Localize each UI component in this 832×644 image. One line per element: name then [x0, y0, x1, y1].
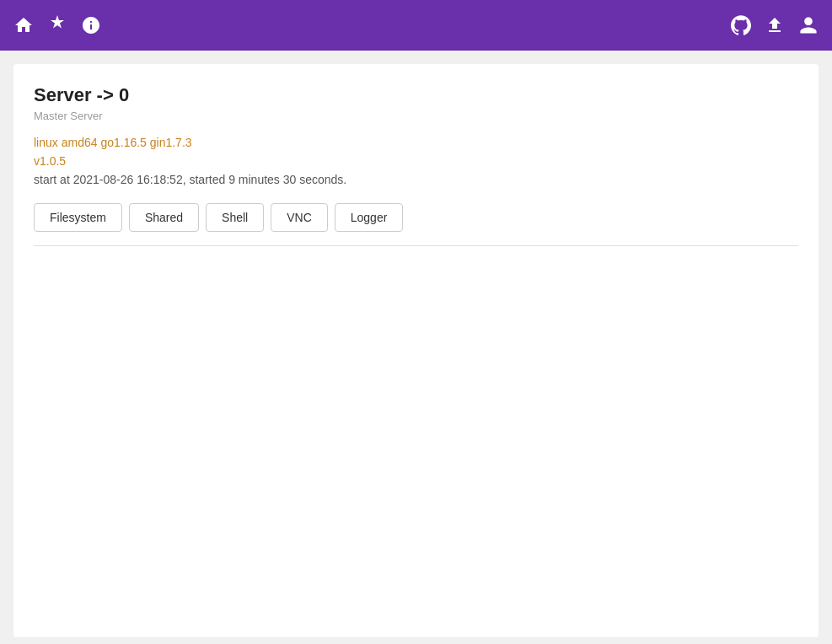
server-version: v1.0.5: [34, 154, 798, 168]
vnc-button[interactable]: VNC: [271, 203, 328, 232]
shell-button[interactable]: Shell: [206, 203, 264, 232]
filesystem-button[interactable]: Filesystem: [34, 203, 122, 232]
home-icon[interactable]: [13, 15, 34, 35]
nav-right: [731, 15, 819, 35]
shared-button[interactable]: Shared: [129, 203, 199, 232]
server-title: Server -> 0: [34, 84, 798, 106]
server-subtitle: Master Server: [34, 110, 798, 122]
action-buttons: Filesystem Shared Shell VNC Logger: [34, 203, 798, 246]
main-content: Server -> 0 Master Server linux amd64 go…: [13, 64, 819, 637]
logger-button[interactable]: Logger: [335, 203, 404, 232]
top-bar: [0, 0, 832, 51]
nav-left: [13, 15, 101, 35]
server-info-primary: linux amd64 go1.16.5 gin1.7.3: [34, 136, 798, 149]
account-icon[interactable]: [798, 15, 819, 35]
star-icon[interactable]: [47, 15, 67, 35]
server-uptime: start at 2021-08-26 16:18:52, started 9 …: [34, 173, 798, 186]
upload-icon[interactable]: [765, 15, 785, 35]
info-icon[interactable]: [81, 15, 101, 35]
github-icon[interactable]: [731, 15, 751, 35]
